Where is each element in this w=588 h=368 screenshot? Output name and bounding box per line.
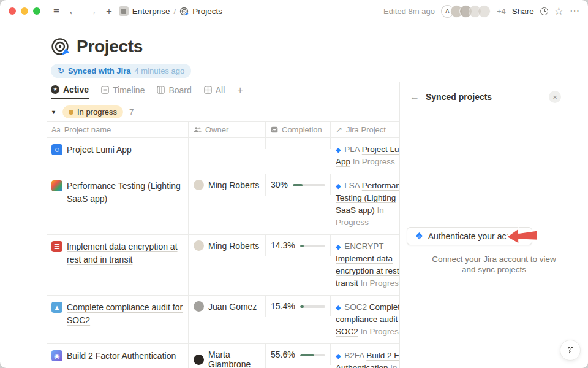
auth-caption: Connect your Jira account to view and sy… [430,254,559,275]
sidebar-menu-icon[interactable]: ≡ [49,4,64,18]
more-options-icon[interactable]: ⋯ [570,6,579,16]
rollup-chart-icon [271,126,278,133]
forward-icon[interactable]: → [83,4,102,18]
tab-label: Timeline [113,85,145,95]
jira-project-cell[interactable]: ◆ PLA Project Lumi App In Progress [331,138,399,174]
column-header-project-name[interactable]: Aa Project name [47,122,189,137]
jira-status: In Progress [361,327,399,336]
jira-project-cell[interactable]: ◆ SOC2 Complete compliance audit for SOC… [331,296,399,343]
completion-cell[interactable]: 15.4% [266,296,331,316]
progress-bar [300,305,325,308]
table-row[interactable]: ◉ Build 2 Factor Authentication Marta Gi… [47,344,399,368]
column-header-completion[interactable]: Completion [266,122,331,137]
projects-page-icon [179,7,189,16]
tab-timeline[interactable]: Timeline [101,81,145,99]
breadcrumb-workspace[interactable]: Enterprise [132,7,170,16]
jira-diamond-icon: ◆ [336,146,341,153]
jira-key: SOC2 [344,302,367,312]
owner-avatar [194,240,204,251]
project-name-link[interactable]: Complete compliance audit for SOC2 [67,301,183,327]
project-name-link[interactable]: Build 2 Factor Authentication [67,350,176,362]
synced-with-jira-badge[interactable]: ↻ Synced with Jira 4 minutes ago [51,64,191,78]
breadcrumb-separator: / [173,7,176,16]
collapse-group-icon[interactable]: ▼ [51,109,56,115]
completion-percent: 14.3% [271,240,295,250]
text-property-icon: Aa [51,126,61,134]
panel-close-icon[interactable]: × [549,91,561,103]
completion-cell[interactable] [266,138,331,149]
owner-cell[interactable] [189,138,266,149]
authenticate-access-button[interactable]: Authenticate your access [407,227,532,245]
panel-back-icon[interactable]: ← [410,91,420,102]
table-row[interactable]: ▲ Complete compliance audit for SOC2 Jua… [47,296,399,344]
owner-cell[interactable]: Ming Roberts [189,174,266,196]
table-body: ☺ Project Lumi App ◆ PLA Project Lumi Ap… [47,138,399,368]
back-icon[interactable]: ← [64,4,83,18]
jira-diamond-icon: ◆ [336,304,341,311]
panel-title: Synced projects [426,92,492,102]
tab-label: All [216,85,225,95]
notion-ai-face-button[interactable] [560,340,581,361]
new-tab-icon[interactable]: + [102,4,116,18]
jira-project-cell[interactable]: ◆ ENCRYPT Implement data encryption at r… [331,235,399,295]
avatar-overflow-count[interactable]: +4 [497,7,506,16]
progress-bar [293,184,325,186]
completion-percent: 15.4% [271,301,295,311]
group-name: In progress [77,107,117,117]
projects-table: Aa Project name Owner Completion ↗ Jira … [47,121,399,368]
projects-title-icon [51,37,69,56]
owner-cell[interactable]: Marta Giambrone [189,344,266,368]
jira-diamond-icon: ◆ [336,352,341,359]
jira-key: LSA [344,181,360,190]
zoom-window-button[interactable] [33,7,40,15]
photo-icon: ▲ [51,302,62,313]
tab-active[interactable]: ★ Active [51,81,89,99]
table-row[interactable]: ☰ Implement data encryption at rest and … [47,235,399,296]
column-label: Jira Project [346,125,386,134]
people-icon [194,126,202,133]
tab-board[interactable]: Board [157,81,191,99]
group-count: 7 [129,107,134,117]
table-row[interactable]: ☺ Project Lumi App ◆ PLA Project Lumi Ap… [47,138,399,174]
share-button[interactable]: Share [512,7,534,16]
completion-cell[interactable]: 30% [266,174,331,195]
table-row[interactable]: Performance Testing (Lighting SaaS app) … [47,174,399,235]
column-label: Owner [205,125,228,134]
window-controls [9,7,40,15]
project-name-link[interactable]: Performance Testing (Lighting SaaS app) [67,180,183,205]
painting-icon [51,180,62,191]
jira-project-cell[interactable]: ◆ LSA Performance Testing (Lighting SaaS… [331,174,399,234]
group-status-badge[interactable]: In progress [62,105,123,118]
jira-diamond-icon: ◆ [336,243,341,250]
breadcrumb: Enterprise / Projects [119,6,222,16]
owner-cell[interactable]: Ming Roberts [189,235,266,256]
project-name-link[interactable]: Implement data encryption at rest and in… [67,240,183,266]
close-window-button[interactable] [9,7,16,15]
jira-status: In Progress [353,157,395,166]
edited-timestamp: Edited 8m ago [383,7,435,16]
jira-diamond-icon: ◆ [336,182,341,190]
lock-icon: ◉ [51,350,62,361]
table-header-row: Aa Project name Owner Completion ↗ Jira … [47,121,399,138]
favorite-star-icon[interactable]: ☆ [554,6,564,17]
completion-cell[interactable]: 55.6% [266,344,331,365]
completion-percent: 30% [271,180,288,190]
minimize-window-button[interactable] [21,7,28,15]
tab-label: Active [63,85,89,94]
viewer-avatars[interactable]: A [441,5,491,18]
column-header-jira-project[interactable]: ↗ Jira Project [331,122,399,137]
tab-all[interactable]: All [204,81,225,99]
add-view-icon[interactable]: + [237,84,243,96]
history-icon[interactable] [540,7,548,15]
breadcrumb-page[interactable]: Projects [192,7,222,16]
timeline-icon [101,86,109,94]
column-header-owner[interactable]: Owner [189,122,266,137]
red-hand-drawn-arrow [504,225,540,247]
owner-cell[interactable]: Juan Gomez [189,296,266,317]
jira-project-cell[interactable]: ◆ B2FA Build 2 Factor Authentication In … [331,344,399,368]
completion-cell[interactable]: 14.3% [266,235,331,256]
table-icon [204,86,212,94]
project-name-link[interactable]: Project Lumi App [67,144,132,156]
app-window: ≡ ← → + Enterprise / Projects Edited 8m … [0,0,588,368]
safe-icon: ☰ [51,241,62,252]
